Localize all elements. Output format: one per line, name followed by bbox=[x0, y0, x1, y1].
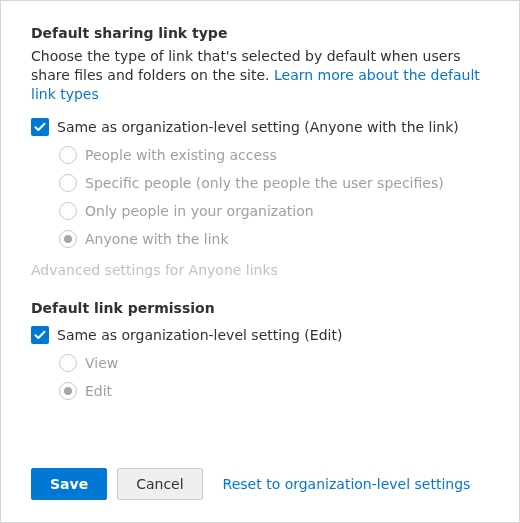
link-permission-option-view[interactable]: View bbox=[59, 354, 489, 372]
link-type-option-people-in-org[interactable]: Only people in your organization bbox=[59, 202, 489, 220]
radio-icon bbox=[59, 354, 77, 372]
link-permission-radio-group: View Edit bbox=[59, 354, 489, 400]
link-type-heading: Default sharing link type bbox=[31, 25, 489, 41]
footer-actions: Save Cancel Reset to organization-level … bbox=[31, 468, 470, 500]
checkbox-checked-icon bbox=[31, 326, 49, 344]
reset-to-org-link[interactable]: Reset to organization-level settings bbox=[223, 476, 471, 492]
radio-icon bbox=[59, 174, 77, 192]
link-permission-option-edit[interactable]: Edit bbox=[59, 382, 489, 400]
radio-label: Only people in your organization bbox=[85, 203, 314, 219]
radio-label: Anyone with the link bbox=[85, 231, 229, 247]
link-type-same-as-org-label: Same as organization-level setting (Anyo… bbox=[57, 119, 459, 135]
cancel-button[interactable]: Cancel bbox=[117, 468, 202, 500]
link-type-option-specific-people[interactable]: Specific people (only the people the use… bbox=[59, 174, 489, 192]
radio-label: View bbox=[85, 355, 118, 371]
sharing-settings-panel: Default sharing link type Choose the typ… bbox=[0, 0, 520, 523]
checkbox-checked-icon bbox=[31, 118, 49, 136]
link-type-option-anyone-with-link[interactable]: Anyone with the link bbox=[59, 230, 489, 248]
radio-icon bbox=[59, 202, 77, 220]
save-button[interactable]: Save bbox=[31, 468, 107, 500]
link-permission-same-as-org-checkbox-row[interactable]: Same as organization-level setting (Edit… bbox=[31, 326, 489, 344]
link-permission-heading: Default link permission bbox=[31, 300, 489, 316]
link-permission-same-as-org-label: Same as organization-level setting (Edit… bbox=[57, 327, 342, 343]
radio-icon bbox=[59, 382, 77, 400]
radio-label: People with existing access bbox=[85, 147, 277, 163]
link-type-radio-group: People with existing access Specific peo… bbox=[59, 146, 489, 248]
link-type-description: Choose the type of link that's selected … bbox=[31, 47, 489, 104]
link-type-same-as-org-checkbox-row[interactable]: Same as organization-level setting (Anyo… bbox=[31, 118, 489, 136]
radio-label: Specific people (only the people the use… bbox=[85, 175, 444, 191]
radio-icon bbox=[59, 146, 77, 164]
radio-label: Edit bbox=[85, 383, 112, 399]
radio-icon bbox=[59, 230, 77, 248]
advanced-anyone-links: Advanced settings for Anyone links bbox=[31, 262, 489, 278]
link-type-option-existing-access[interactable]: People with existing access bbox=[59, 146, 489, 164]
